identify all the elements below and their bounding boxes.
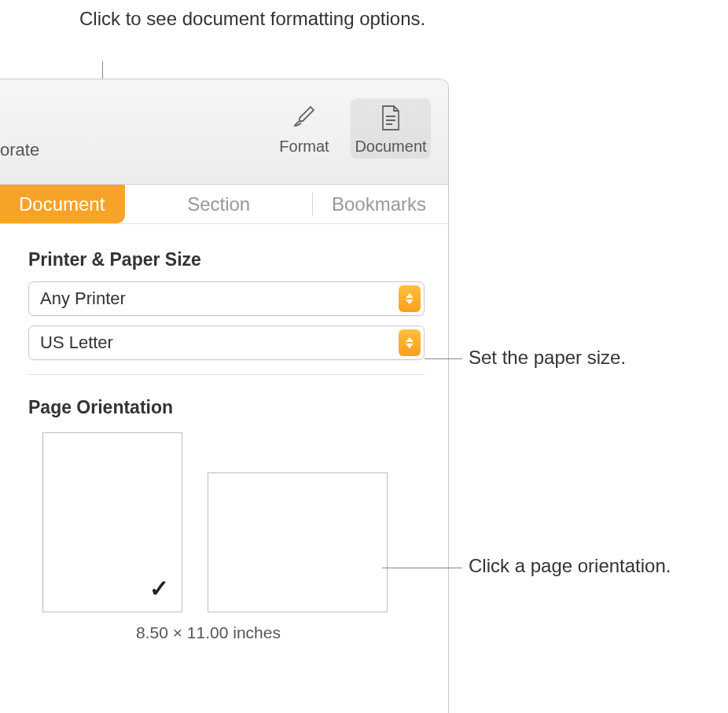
tab-document[interactable]: Document [0,185,125,223]
format-label: Format [279,138,329,156]
paper-size-dropdown[interactable]: US Letter [28,325,425,360]
printer-dropdown[interactable]: Any Printer [28,281,425,316]
toolbar-right-group: Format Document [264,98,431,159]
tab-section[interactable]: Section [125,185,312,223]
orientation-landscape[interactable] [208,472,388,612]
tab-bookmarks[interactable]: Bookmarks [312,193,448,215]
printer-paper-size-label: Printer & Paper Size [28,249,425,270]
callout-orientation: Click a page orientation. [469,555,671,577]
printer-value: Any Printer [40,289,399,309]
document-label: Document [355,138,426,156]
callout-line [382,568,462,568]
document-panel: Printer & Paper Size Any Printer US Lett… [0,224,448,642]
format-button[interactable]: Format [264,98,344,159]
toolbar-truncated-label: orate [0,140,39,160]
paper-size-value: US Letter [40,333,399,353]
paintbrush-icon [290,101,318,134]
callout-line [425,358,462,359]
page-dimensions: 8.50 × 11.00 inches [28,623,374,642]
divider [28,374,425,375]
toolbar: orate Format [0,79,448,185]
orientation-portrait[interactable]: ✓ [42,432,182,612]
document-icon [379,101,403,134]
callout-paper-size: Set the paper size. [469,347,626,369]
orientation-options: ✓ [28,432,425,612]
callout-document-tab: Click to see document formatting options… [79,6,425,31]
page-orientation-label: Page Orientation [28,397,425,418]
checkmark-icon: ✓ [149,575,169,602]
subtabs: Document Section Bookmarks [0,185,448,224]
document-button[interactable]: Document [351,98,431,159]
inspector-window: orate Format [0,79,449,713]
dropdown-stepper-icon [399,329,421,356]
dropdown-stepper-icon [399,285,421,312]
